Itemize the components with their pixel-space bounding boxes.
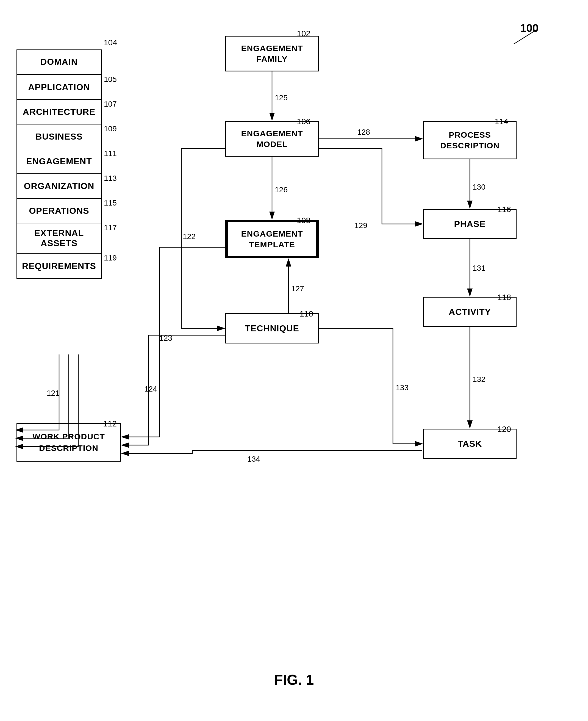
svg-text:130: 130 bbox=[472, 183, 485, 191]
ref-117: 117 bbox=[104, 224, 117, 232]
work-product-box: WORK PRODUCTDESCRIPTION bbox=[17, 423, 121, 462]
category-organization: ORGANIZATION bbox=[17, 174, 101, 199]
category-list-box: 104 DOMAIN 105 APPLICATION 107 ARCHITECT… bbox=[17, 49, 102, 279]
category-engagement: ENGAGEMENT bbox=[17, 149, 101, 174]
svg-text:127: 127 bbox=[291, 284, 304, 293]
figure-label: FIG. 1 bbox=[0, 672, 588, 688]
svg-text:125: 125 bbox=[275, 93, 288, 102]
category-domain-label: DOMAIN bbox=[40, 57, 78, 67]
svg-text:132: 132 bbox=[472, 375, 485, 384]
ref-119: 119 bbox=[104, 254, 117, 262]
svg-text:124: 124 bbox=[144, 385, 157, 393]
category-business: BUSINESS bbox=[17, 125, 101, 149]
ref-113: 113 bbox=[104, 174, 117, 183]
ref-105: 105 bbox=[104, 75, 117, 84]
category-architecture: ARCHITECTURE bbox=[17, 100, 101, 125]
svg-text:128: 128 bbox=[357, 128, 370, 136]
ref-120: 120 bbox=[497, 425, 511, 434]
ref-102: 102 bbox=[297, 29, 311, 38]
ref-104: 104 bbox=[104, 38, 117, 47]
ref-107: 107 bbox=[104, 100, 117, 108]
category-application: APPLICATION bbox=[17, 75, 101, 100]
svg-text:121: 121 bbox=[47, 389, 60, 397]
engagement-model-box: ENGAGEMENTMODEL bbox=[225, 121, 319, 156]
category-domain: DOMAIN bbox=[17, 50, 101, 75]
category-requirements: REQUIREMENTS bbox=[17, 254, 101, 278]
ref-100: 100 bbox=[520, 22, 539, 34]
svg-text:122: 122 bbox=[183, 232, 196, 241]
svg-text:123: 123 bbox=[160, 334, 172, 342]
svg-text:126: 126 bbox=[275, 186, 288, 194]
ref-108: 108 bbox=[297, 216, 311, 225]
ref-110: 110 bbox=[299, 309, 313, 318]
ref-106: 106 bbox=[297, 117, 311, 126]
engagement-family-box: ENGAGEMENTFAMILY bbox=[225, 36, 319, 71]
process-description-box: PROCESSDESCRIPTION bbox=[423, 121, 517, 160]
ref-116: 116 bbox=[497, 205, 511, 214]
svg-text:129: 129 bbox=[354, 221, 368, 230]
svg-text:134: 134 bbox=[247, 455, 260, 463]
category-operations: OPERATIONS bbox=[17, 199, 101, 224]
svg-text:133: 133 bbox=[396, 383, 408, 392]
ref-112: 112 bbox=[103, 419, 117, 428]
diagram: 100 104 DOMAIN 105 APPLICATION 107 ARCHI… bbox=[0, 0, 588, 721]
ref-111: 111 bbox=[104, 149, 117, 158]
category-external-assets: EXTERNALASSETS bbox=[17, 224, 101, 254]
ref-115: 115 bbox=[104, 199, 117, 208]
ref-109: 109 bbox=[104, 125, 117, 133]
svg-text:131: 131 bbox=[472, 264, 485, 272]
ref-114: 114 bbox=[495, 117, 508, 126]
engagement-template-box: ENGAGEMENTTEMPLATE bbox=[225, 220, 319, 258]
ref-118: 118 bbox=[497, 293, 511, 302]
